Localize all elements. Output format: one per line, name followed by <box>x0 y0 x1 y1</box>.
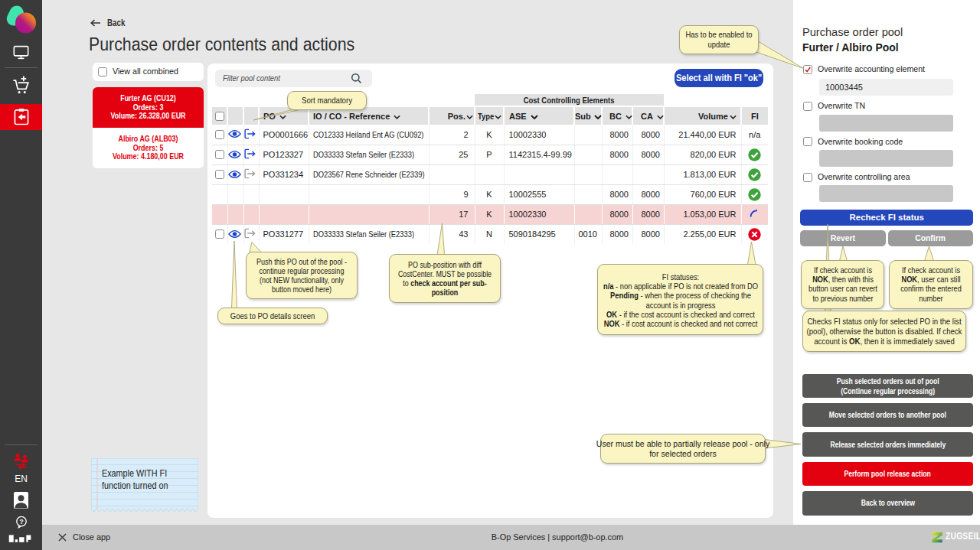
svg-text:?: ? <box>19 518 23 526</box>
